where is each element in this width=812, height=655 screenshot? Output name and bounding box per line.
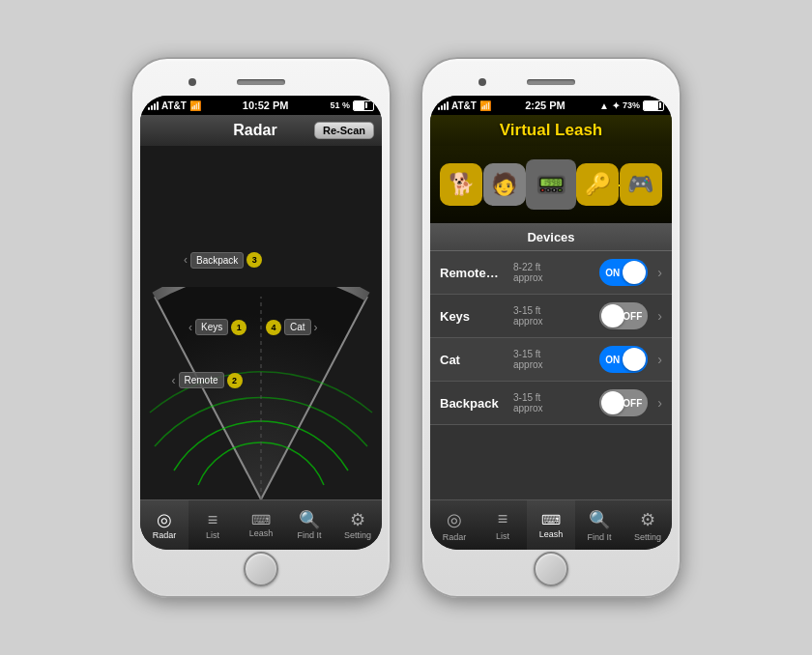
device-row-cat: Cat 3-15 ftapprox ON ›: [430, 338, 672, 382]
phone2-location-icon: ▲: [599, 100, 609, 111]
radar-device-keys: ‹ Keys 1: [188, 319, 246, 335]
tab-leash[interactable]: ⌨ Leash: [237, 500, 285, 550]
leash-list-tab-icon: ≡: [498, 509, 508, 529]
home-area: [244, 550, 278, 588]
icon-person-left: 🧑: [483, 163, 526, 206]
phone2-clock: 2:25 PM: [525, 100, 566, 111]
radar-tab-label: Radar: [153, 530, 177, 540]
leash-leash-tab-label: Leash: [539, 529, 564, 539]
leash-findit-tab-icon: 🔍: [589, 509, 610, 530]
icon-remote-wrapper: 🎮: [620, 163, 662, 206]
device-name-remote: Remote…: [440, 266, 508, 280]
toggle-keys[interactable]: [599, 302, 648, 329]
phone-leash: AT&T 📶 2:25 PM ▲ ✦ 73% Vir: [420, 57, 682, 598]
icon-keys-wrapper: 🔑: [576, 163, 619, 206]
phone2-top: [430, 69, 672, 96]
phone2-status-bar: AT&T 📶 2:25 PM ▲ ✦ 73%: [430, 96, 672, 115]
leash-tab-list[interactable]: ≡ List: [478, 500, 527, 550]
toggle-knob-keys: [601, 304, 624, 328]
devices-section: Devices Remote… 8-22 ftapprox ON ›: [430, 223, 672, 499]
icon-person-left-wrapper: 🧑: [483, 163, 526, 206]
leash-tab-icon: ⌨: [251, 513, 271, 527]
tab-findit[interactable]: 🔍 Find It: [285, 500, 334, 550]
phone2-carrier: AT&T: [451, 100, 477, 111]
rescan-button[interactable]: Re-Scan: [314, 122, 374, 139]
leash-tab-findit[interactable]: 🔍 Find It: [575, 500, 624, 550]
status-bar: AT&T 📶 10:52 PM 51 %: [140, 96, 382, 115]
radar-screen: Radar Re-Scan: [140, 115, 382, 550]
findit-tab-icon: 🔍: [299, 511, 320, 528]
battery-label: 51 %: [330, 100, 350, 110]
battery-icon: [353, 100, 374, 111]
tab-radar[interactable]: ◎ Radar: [140, 500, 188, 550]
device-range-backpack: 3-15 ftapprox: [513, 392, 594, 413]
leash-tab-bar: ◎ Radar ≡ List ⌨ Leash 🔍 Find It: [430, 499, 672, 550]
device-name-keys: Keys: [440, 309, 508, 324]
device-row-remote: Remote… 8-22 ftapprox ON ›: [430, 251, 672, 295]
leash-setting-tab-icon: ⚙: [640, 509, 655, 530]
toggle-knob-cat: [623, 348, 646, 371]
list-tab-label: List: [206, 530, 219, 540]
status-left: AT&T 📶: [148, 100, 201, 111]
phone2-wifi-icon: 📶: [479, 100, 491, 111]
leash-tab-setting[interactable]: ⚙ Setting: [624, 500, 672, 550]
radar-tab-icon: ◎: [157, 511, 172, 528]
tab-setting[interactable]: ⚙ Setting: [334, 500, 382, 550]
icon-dog-wrapper: 🐕: [440, 163, 482, 206]
leash-tab-radar[interactable]: ◎ Radar: [430, 500, 478, 550]
icon-center-phone-wrapper: 📟: [526, 159, 576, 210]
leash-list-tab-label: List: [496, 531, 509, 541]
toggle-knob-backpack: [601, 391, 624, 414]
radar-device-backpack: ‹ Backpack 3: [184, 252, 262, 269]
device-name-cat: Cat: [440, 353, 508, 367]
device-row-backpack: Backpack 3-15 ftapprox OFF ›: [430, 382, 672, 425]
chevron-backpack: ›: [657, 395, 662, 411]
status-right: 51 %: [330, 100, 374, 111]
toggle-knob-remote: [623, 261, 646, 284]
carrier: AT&T: [161, 100, 187, 111]
home-button[interactable]: [244, 552, 278, 586]
phones-container: AT&T 📶 10:52 PM 51 % Radar Re-Scan: [130, 57, 682, 598]
tab-bar: ◎ Radar ≡ List ⌨ Leash 🔍 Find It: [140, 499, 382, 550]
devices-header-text: Devices: [527, 230, 574, 244]
icon-dog: 🐕: [440, 163, 482, 206]
phone2-screen: AT&T 📶 2:25 PM ▲ ✦ 73% Vir: [430, 96, 672, 550]
phone2-battery-icon: [643, 100, 664, 111]
icon-center-phone: 📟: [526, 159, 576, 210]
leash-setting-tab-label: Setting: [634, 532, 661, 542]
setting-tab-icon: ⚙: [350, 511, 365, 528]
toggle-backpack[interactable]: [599, 389, 648, 416]
devices-section-header: Devices: [430, 223, 672, 251]
leash-leash-tab-icon: ⌨: [541, 512, 561, 527]
device-range-remote: 8-22 ftapprox: [513, 262, 594, 283]
icon-remote: 🎮: [620, 163, 662, 206]
phone2-home-button[interactable]: [534, 552, 568, 586]
leash-radar-tab-icon: ◎: [447, 509, 462, 530]
phone2-home-area: [534, 550, 568, 588]
toggle-remote[interactable]: [599, 259, 648, 286]
icon-keys: 🔑: [576, 163, 619, 206]
leash-radar-tab-label: Radar: [443, 532, 467, 542]
phone2-speaker-slot: [527, 79, 575, 85]
front-camera: [188, 78, 196, 86]
leash-tab-label: Leash: [249, 528, 274, 538]
phone-screen: AT&T 📶 10:52 PM 51 % Radar Re-Scan: [140, 96, 382, 550]
leash-tab-leash[interactable]: ⌨ Leash: [527, 500, 575, 550]
leash-icons-row: 🐕 🧑 📟 🔑 🎮: [430, 146, 672, 223]
tab-list[interactable]: ≡ List: [188, 500, 237, 550]
phone2-front-camera: [478, 78, 486, 86]
leash-screen: Virtual Leash 🐕 🧑 📟: [430, 115, 672, 550]
phone2-status-left: AT&T 📶: [438, 100, 491, 111]
radar-device-cat: 4 Cat ›: [266, 319, 318, 335]
radar-device-remote: ‹ Remote 2: [172, 372, 243, 388]
phone2-signal-bars: [438, 100, 449, 110]
radar-title: Radar: [196, 122, 314, 139]
speaker-slot: [237, 79, 285, 85]
phone-top: [140, 69, 382, 96]
device-row-keys: Keys 3-15 ftapprox OFF ›: [430, 295, 672, 338]
radar-header: Radar Re-Scan: [140, 115, 382, 146]
leash-app-header: Virtual Leash: [430, 115, 672, 146]
wifi-icon: 📶: [189, 100, 201, 111]
chevron-keys: ›: [657, 308, 662, 324]
toggle-cat[interactable]: [599, 346, 648, 373]
